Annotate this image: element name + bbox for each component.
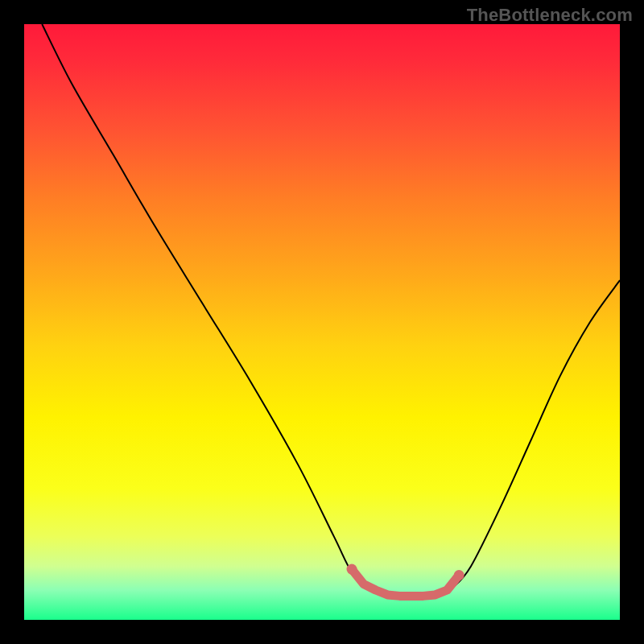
watermark-text: TheBottleneck.com [467,5,633,26]
optimal-range-end-icon [347,564,357,575]
bottleneck-curve [42,24,620,597]
chart-curve-layer [24,24,620,620]
optimal-range-end-icon [454,570,464,580]
optimal-range-marker [352,569,459,596]
chart-plot-area [24,24,620,620]
